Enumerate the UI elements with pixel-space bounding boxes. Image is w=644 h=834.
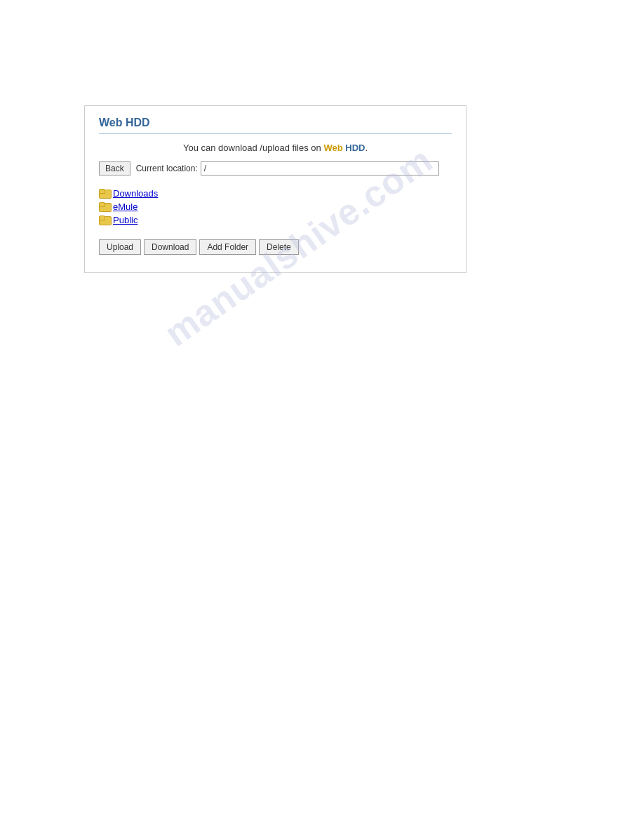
folder-icon xyxy=(99,189,110,199)
upload-button[interactable]: Upload xyxy=(99,239,141,255)
current-location-label: Current location: xyxy=(136,164,198,173)
folder-icon xyxy=(99,216,110,225)
add-folder-button[interactable]: Add Folder xyxy=(199,239,256,255)
list-item: Downloads xyxy=(99,188,452,199)
folder-link-downloads[interactable]: Downloads xyxy=(113,188,158,199)
main-panel: Web HDD You can download /upload files o… xyxy=(84,105,467,273)
list-item: Public xyxy=(99,215,452,225)
subtitle-hdd: HDD xyxy=(345,143,365,153)
folder-list: Downloads eMule Public xyxy=(99,188,452,225)
back-button[interactable]: Back xyxy=(99,161,130,176)
subtitle-text-before: You can download /upload files on xyxy=(183,143,323,153)
folder-link-public[interactable]: Public xyxy=(113,215,137,225)
subtitle: You can download /upload files on Web HD… xyxy=(99,143,452,153)
action-buttons: Upload Download Add Folder Delete xyxy=(99,239,452,255)
folder-link-emule[interactable]: eMule xyxy=(113,201,137,212)
nav-bar: Back Current location: xyxy=(99,161,452,176)
page-title: Web HDD xyxy=(99,117,452,134)
subtitle-after: . xyxy=(365,143,368,153)
folder-icon xyxy=(99,202,110,212)
subtitle-highlight: Web xyxy=(323,143,342,153)
download-button[interactable]: Download xyxy=(144,239,196,255)
location-input[interactable] xyxy=(201,161,439,176)
delete-button[interactable]: Delete xyxy=(259,239,299,255)
list-item: eMule xyxy=(99,201,452,212)
